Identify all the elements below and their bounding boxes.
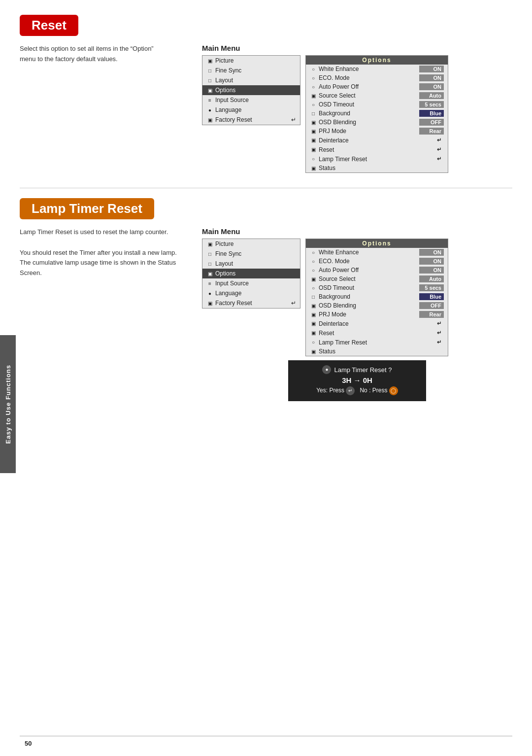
menu-arrow: ↵ <box>291 116 296 123</box>
options-row-auto-power-off: ○Auto Power OffON <box>306 266 448 275</box>
ltr-title: ● Lamp Timer Reset ? <box>296 365 418 374</box>
opt-label: ○ECO. Mode <box>310 258 419 265</box>
opt-icon: ▣ <box>310 166 317 171</box>
options-row-white-enhance: ○White EnhanceON <box>306 248 448 257</box>
menu-item-language[interactable]: ●Language <box>202 288 300 298</box>
options-row-osd-blending: ▣OSD BlendingOFF <box>306 118 448 127</box>
lamp-timer-right: Main Menu ▣Picture□Fine Sync□Layout▣Opti… <box>202 227 512 401</box>
menu-item-picture[interactable]: ▣Picture <box>202 239 300 249</box>
opt-icon: ▣ <box>310 303 317 309</box>
opt-value: ON <box>419 66 444 72</box>
menu-item-label: Factory Reset <box>215 300 252 307</box>
menu-icon: ▣ <box>206 241 213 247</box>
reset-options-panel: Options○White EnhanceON○ECO. ModeON○Auto… <box>305 55 448 173</box>
menu-item-language[interactable]: ●Language <box>202 105 300 115</box>
opt-label-text: Status <box>319 348 335 355</box>
options-row-status: ▣Status <box>306 164 448 172</box>
menu-item-label: Layout <box>215 260 233 267</box>
menu-item-label: Language <box>215 290 241 297</box>
ltr-timer: 3H → 0H <box>296 376 418 384</box>
menu-item-input-source[interactable]: ≡Input Source <box>202 95 300 105</box>
options-row-eco.-mode: ○ECO. ModeON <box>306 73 448 82</box>
opt-label: ○White Enhance <box>310 66 419 72</box>
opt-icon: ▣ <box>310 129 317 134</box>
opt-icon: ▣ <box>310 147 317 152</box>
menu-item-input-source[interactable]: ≡Input Source <box>202 278 300 288</box>
menu-icon: ≡ <box>206 98 213 103</box>
lamp-timer-menu-options: ▣Picture□Fine Sync□Layout▣Options≡Input … <box>202 239 512 356</box>
opt-label-text: White Enhance <box>319 66 359 72</box>
opt-value: ↵ <box>419 146 444 153</box>
reset-section: Reset Select this option to set all item… <box>20 15 512 173</box>
opt-label: ○OSD Timeout <box>310 101 419 108</box>
menu-item-label: Layout <box>215 77 233 84</box>
menu-item-fine-sync[interactable]: □Fine Sync <box>202 249 300 259</box>
opt-label-text: Auto Power Off <box>319 267 359 274</box>
menu-item-layout[interactable]: □Layout <box>202 75 300 85</box>
opt-label-text: Deinterlace <box>319 320 349 327</box>
options-row-background: □BackgroundBlue <box>306 292 448 301</box>
menu-icon: ▣ <box>206 117 213 123</box>
ltr-title-text: Lamp Timer Reset ? <box>334 366 392 374</box>
bottom-divider <box>20 736 512 736</box>
opt-label: □Background <box>310 293 419 300</box>
opt-value: ON <box>419 74 444 81</box>
reset-main-menu-label: Main Menu <box>202 44 512 52</box>
menu-icon: □ <box>206 68 213 73</box>
menu-icon: ≡ <box>206 281 213 286</box>
menu-arrow: ↵ <box>291 300 296 307</box>
opt-label-text: OSD Timeout <box>319 101 354 108</box>
options-row-source-select: ▣Source SelectAuto <box>306 91 448 100</box>
opt-value: ↵ <box>419 137 444 144</box>
opt-label: ▣Status <box>310 348 419 355</box>
options-row-deinterlace: ▣Deinterlace↵ <box>306 136 448 145</box>
opt-value: ON <box>419 83 444 90</box>
opt-label: ▣PRJ Mode <box>310 311 419 318</box>
opt-value: Auto <box>419 275 444 282</box>
options-row-reset: ▣Reset↵ <box>306 328 448 338</box>
opt-icon: ▣ <box>310 120 317 125</box>
lamp-timer-description: Lamp Timer Reset is used to reset the la… <box>20 227 187 278</box>
opt-value: OFF <box>419 302 444 309</box>
options-row-osd-blending: ▣OSD BlendingOFF <box>306 301 448 310</box>
opt-label: ▣Deinterlace <box>310 137 419 144</box>
opt-value: OFF <box>419 119 444 126</box>
opt-value: ON <box>419 267 444 274</box>
menu-item-options[interactable]: ▣Options <box>202 269 300 278</box>
opt-label-text: Source Select <box>319 275 356 282</box>
page-number: 50 <box>25 740 32 747</box>
opt-label-text: OSD Blending <box>319 302 356 309</box>
menu-item-picture[interactable]: ▣Picture <box>202 56 300 66</box>
opt-label: ○Lamp Timer Reset <box>310 156 419 163</box>
menu-icon: □ <box>206 78 213 83</box>
opt-icon: ○ <box>310 84 317 90</box>
lamp-timer-section: Lamp Timer Reset Lamp Timer Reset is use… <box>20 198 512 401</box>
menu-item-layout[interactable]: □Layout <box>202 259 300 269</box>
menu-item-fine-sync[interactable]: □Fine Sync <box>202 66 300 75</box>
reset-left: Select this option to set all items in t… <box>20 44 187 173</box>
ltr-yes-btn[interactable]: ↵ <box>346 386 355 395</box>
reset-description: Select this option to set all items in t… <box>20 44 187 65</box>
opt-value: ↵ <box>419 155 444 163</box>
menu-icon: ● <box>206 291 213 296</box>
options-row-auto-power-off: ○Auto Power OffON <box>306 82 448 91</box>
menu-item-factory-reset[interactable]: ▣Factory Reset↵ <box>202 298 300 308</box>
opt-value: Auto <box>419 92 444 99</box>
menu-item-options[interactable]: ▣Options <box>202 85 300 95</box>
opt-label: ○ECO. Mode <box>310 74 419 81</box>
options-row-osd-timeout: ○OSD Timeout5 secs <box>306 283 448 292</box>
opt-label: ▣OSD Blending <box>310 119 419 126</box>
options-header: Options <box>306 239 448 248</box>
menu-item-label: Options <box>215 270 235 277</box>
menu-item-factory-reset[interactable]: ▣Factory Reset↵ <box>202 115 300 125</box>
menu-item-label: Fine Sync <box>215 250 241 257</box>
reset-right: Main Menu ▣Picture□Fine Sync□Layout▣Opti… <box>202 44 512 173</box>
opt-label: ▣Reset <box>310 330 419 337</box>
opt-icon: ▣ <box>310 276 317 282</box>
opt-label: ▣Deinterlace <box>310 320 419 327</box>
lamp-timer-badge: Lamp Timer Reset <box>20 198 154 219</box>
options-row-prj-mode: ▣PRJ ModeRear <box>306 127 448 136</box>
opt-label: ○Lamp Timer Reset <box>310 339 419 346</box>
menu-item-label: Factory Reset <box>215 116 252 123</box>
ltr-no-btn[interactable]: ◯ <box>389 386 398 395</box>
